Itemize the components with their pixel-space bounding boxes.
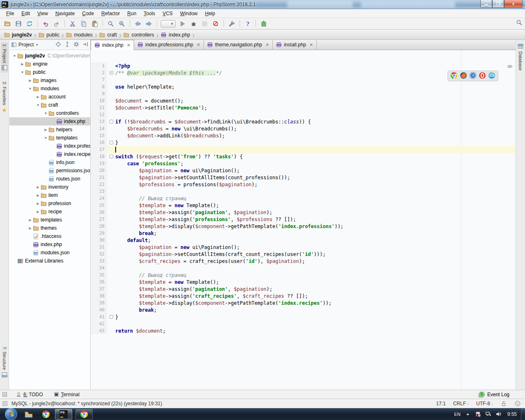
profile-button[interactable]: [211, 19, 221, 28]
tree-open-arrow-icon[interactable]: ▼: [20, 71, 25, 74]
code-line-35[interactable]: 35 // Вывод страниц: [91, 272, 516, 278]
stripe-7-structure[interactable]: 7: Structure: [1, 347, 8, 378]
event-log-button[interactable]: 6 Event Log: [479, 392, 509, 397]
tree-item-.htaccess[interactable]: .htaccess: [9, 232, 90, 240]
install-button[interactable]: [259, 19, 269, 28]
run-configuration-combo[interactable]: ▼: [161, 20, 176, 27]
code-line-39[interactable]: 39 $template->display($component->getPat…: [91, 299, 516, 306]
tree-item-account[interactable]: ▶account: [9, 93, 90, 101]
code-line-1[interactable]: 1<?php: [91, 62, 516, 69]
taskbar-chrome-button[interactable]: [75, 409, 93, 420]
tree-item-index.php[interactable]: phpindex.php: [9, 240, 90, 249]
close-button[interactable]: x: [504, 0, 523, 8]
tab-close-icon[interactable]: ✕: [196, 42, 200, 48]
tree-open-arrow-icon[interactable]: ▼: [27, 87, 33, 91]
copy-button[interactable]: [79, 19, 89, 28]
tree-closed-arrow-icon[interactable]: ▶: [27, 226, 33, 230]
code-line-29[interactable]: 29 break;: [91, 230, 516, 237]
menu-view[interactable]: View: [34, 10, 52, 17]
taskbar-chrome-pinned-button[interactable]: [40, 409, 52, 420]
back-button[interactable]: [133, 19, 143, 28]
tree-item-external libraries[interactable]: External Libraries: [9, 257, 90, 265]
tree-closed-arrow-icon[interactable]: ▶: [35, 202, 41, 205]
code-line-11[interactable]: 11$document->setTitle('Ремесло');: [91, 104, 516, 111]
taskbar-explorer-button[interactable]: [23, 409, 34, 420]
stripe-1-project[interactable]: 1: Project: [1, 42, 8, 73]
line-ending-selector[interactable]: CRLF↕: [453, 401, 469, 406]
fold-marker-icon[interactable]: +: [107, 69, 115, 76]
action-center-flag-icon[interactable]: [475, 411, 481, 417]
run-button[interactable]: [178, 19, 187, 28]
menu-help[interactable]: Help: [201, 10, 219, 17]
tab-index.professions.php[interactable]: phpindex.professions.php✕: [134, 40, 204, 50]
tree-item-public[interactable]: ▼public: [9, 68, 90, 76]
code-line-15[interactable]: 15 $document->addLink($breadcrumbs);: [91, 132, 516, 139]
debug-button[interactable]: [189, 19, 199, 28]
code-line-32[interactable]: 32 $pagination->setCountAllItems(craft_c…: [91, 251, 516, 258]
toolwindow-toggle-icon[interactable]: [2, 401, 7, 406]
code-line-42[interactable]: 42: [91, 320, 516, 327]
tree-closed-arrow-icon[interactable]: ▶: [35, 185, 41, 189]
project-panel-title[interactable]: Project: [18, 42, 34, 48]
stripe-database[interactable]: Database: [517, 43, 524, 71]
tree-item-templates[interactable]: ▼templates: [9, 134, 90, 142]
code-line-43[interactable]: 43return $document;: [91, 327, 516, 334]
code-line-20[interactable]: 20 $pagination = new ui\Pagination();: [91, 167, 516, 174]
fold-marker-icon[interactable]: [107, 139, 115, 146]
locate-button[interactable]: [55, 41, 62, 49]
menu-file[interactable]: File: [2, 10, 18, 17]
open-button[interactable]: [2, 19, 12, 28]
tree-item-images[interactable]: ▶images: [9, 76, 90, 84]
updown-button[interactable]: [64, 41, 71, 49]
code-line-37[interactable]: 37 $template->assign('pagination', $pagi…: [91, 285, 516, 292]
breadcrumb-index.php[interactable]: phpindex.php: [159, 31, 192, 39]
tree-item-engine[interactable]: ▶engine: [9, 60, 90, 68]
tree-item-profession[interactable]: ▶profession: [9, 199, 90, 208]
code-line-22[interactable]: 22 $professions = professions($paginatio…: [91, 181, 516, 188]
tree-closed-arrow-icon[interactable]: ▶: [35, 95, 41, 99]
tree-item-craft[interactable]: ▼craft: [9, 101, 90, 109]
save-button[interactable]: [14, 19, 23, 28]
settings-button[interactable]: [227, 19, 237, 28]
open-in-opera-button[interactable]: [479, 72, 486, 80]
tab-close-icon[interactable]: ✕: [265, 42, 269, 48]
breadcrumb-controllers[interactable]: controllers: [122, 31, 155, 39]
menu-vcs[interactable]: VCS: [159, 10, 176, 17]
code-line-24[interactable]: 24 // Вывод страниц: [91, 195, 516, 202]
fold-marker-icon[interactable]: [107, 153, 115, 160]
tree-open-arrow-icon[interactable]: ▼: [12, 54, 17, 58]
code-line-14[interactable]: 14 $breadcrumbs = new \ui\Breadcrumbs();: [91, 125, 516, 132]
paste-button[interactable]: [90, 19, 100, 28]
tree-closed-arrow-icon[interactable]: ▶: [35, 210, 41, 214]
open-in-firefox-button[interactable]: [460, 72, 467, 80]
code-line-21[interactable]: 21 $pagination->setCountAllItems(count_p…: [91, 174, 516, 181]
toolwindow-6-todo[interactable]: 6: TODO: [16, 392, 43, 397]
tree-item-routes.json[interactable]: JSONroutes.json: [9, 175, 90, 183]
code-line-8[interactable]: 8use helper\Template;: [91, 83, 516, 90]
coverage-button[interactable]: [200, 19, 210, 28]
tree-open-arrow-icon[interactable]: ▼: [43, 112, 48, 115]
fold-marker-icon[interactable]: [107, 313, 115, 320]
start-button[interactable]: [5, 408, 17, 420]
open-in-chrome-button[interactable]: [450, 72, 458, 80]
caret-position[interactable]: 17:1: [436, 401, 445, 406]
breadcrumb-public[interactable]: public: [37, 31, 61, 39]
tab-theme.navigation.php[interactable]: phptheme.navigation.php✕: [204, 40, 273, 50]
show-desktop-button[interactable]: [521, 408, 525, 420]
code-line-41[interactable]: 41}: [91, 313, 516, 320]
code-line-19[interactable]: 19 case 'professions';: [91, 160, 516, 167]
tree-item-themes[interactable]: ▶themes: [9, 224, 90, 232]
code-line-38[interactable]: 38 $template->assign('craft_recipes', $c…: [91, 292, 516, 299]
code-line-9[interactable]: 9: [91, 90, 516, 97]
minimize-button[interactable]: [480, 0, 492, 8]
code-line-30[interactable]: 30 default;: [91, 237, 516, 244]
tree-item-index.php[interactable]: phpindex.php: [9, 117, 90, 126]
menu-tools[interactable]: Tools: [140, 10, 159, 17]
code-line-17[interactable]: 17: [91, 146, 516, 153]
tree-closed-arrow-icon[interactable]: ▶: [27, 79, 33, 82]
tree-item-modules[interactable]: ▼modules: [9, 84, 90, 93]
code-line-31[interactable]: 31 $pagination = new ui\Pagination();: [91, 244, 516, 251]
help-button[interactable]: ?: [243, 19, 253, 28]
tree-closed-arrow-icon[interactable]: ▶: [43, 128, 48, 132]
tab-install.php[interactable]: phpinstall.php✕: [273, 40, 317, 50]
